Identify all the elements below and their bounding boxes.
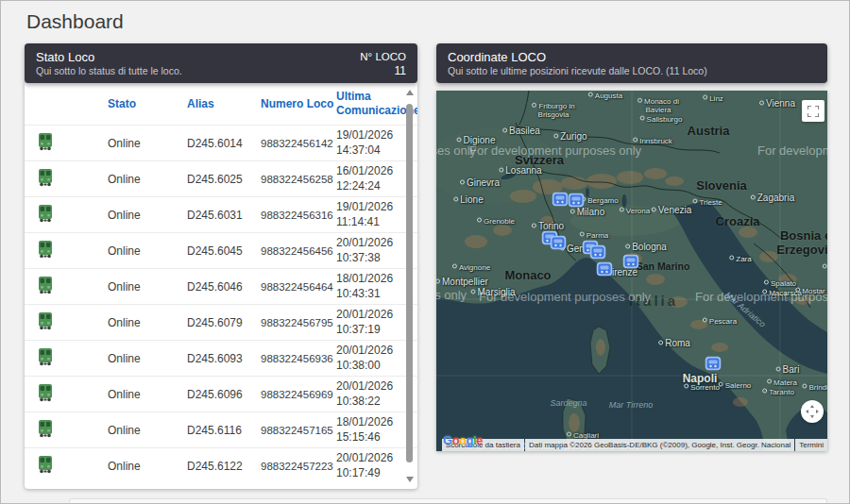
loco-icon <box>36 240 55 259</box>
status-cell: Online <box>98 352 178 365</box>
numero-loco-cell: 988322457165 <box>251 425 327 436</box>
loco-icon <box>36 311 55 330</box>
transit-marker[interactable] <box>590 245 606 260</box>
column-stato[interactable]: Stato <box>98 97 178 111</box>
map-label: Montpellier <box>436 277 488 287</box>
map-label: Croazia <box>716 214 760 228</box>
loco-icon <box>36 419 55 438</box>
page-title: Dashboard <box>26 10 124 33</box>
map-label: Avignone <box>452 263 490 272</box>
transit-marker[interactable] <box>552 193 569 207</box>
map-label: Zurigo <box>553 131 586 142</box>
column-numero-loco[interactable]: Numero Loco <box>251 97 327 111</box>
status-cell: Online <box>98 209 178 222</box>
loco-icon-cell <box>25 311 98 333</box>
map-label: Sarajevo <box>823 263 827 272</box>
map-watermark: For development purposes only <box>469 143 641 158</box>
status-cell: Online <box>98 388 178 401</box>
loco-icon-cell <box>25 204 98 226</box>
table-row[interactable]: Online D245.6025 988322456258 16/01/2026… <box>25 160 417 196</box>
transit-marker[interactable] <box>706 357 722 371</box>
map-label: Brindisi <box>802 383 827 392</box>
map-label: Grenoble <box>477 217 515 226</box>
loco-icon-cell <box>25 276 98 297</box>
table-row[interactable]: Online D245.6122 988322457223 20/01/2026… <box>25 447 417 483</box>
terms-link[interactable]: Termini <box>795 439 827 451</box>
map-canvas[interactable]: Friburgo in BrisgoviaAugustaMonaco di Ba… <box>436 91 827 451</box>
status-cell: Online <box>98 280 178 294</box>
map-label: Parma <box>580 231 609 240</box>
map-label: Friburgo in Brisgovia <box>526 102 581 119</box>
loco-icon-cell <box>25 419 98 441</box>
loco-icon <box>36 168 55 187</box>
numero-loco-cell: 988322456464 <box>251 281 327 293</box>
transit-marker[interactable] <box>569 193 585 208</box>
transit-marker[interactable] <box>623 255 639 269</box>
loco-icon <box>36 276 55 294</box>
google-logo-letter: G <box>443 433 452 447</box>
numero-loco-cell: 988322456969 <box>251 389 327 400</box>
scrollbar-thumb[interactable] <box>406 104 413 462</box>
map-label: Roma <box>658 338 690 348</box>
column-alias[interactable]: Alias <box>178 97 251 111</box>
map-label: Basilea <box>502 126 540 136</box>
loco-table-body: Online D245.6014 988322456142 19/01/2026… <box>25 125 417 483</box>
table-row[interactable]: Online D245.6116 988322457165 18/01/2026… <box>25 412 417 447</box>
scroll-down-icon[interactable] <box>406 477 414 482</box>
map-label: Monaco di Baviera <box>627 97 689 114</box>
table-row[interactable]: Online D245.6079 988322456795 20/01/2026… <box>25 304 417 340</box>
alias-cell: D245.6025 <box>178 173 251 186</box>
numero-loco-cell: 988322457223 <box>251 461 327 472</box>
fullscreen-icon <box>808 106 819 117</box>
map-label: Augusta <box>588 92 622 100</box>
transit-marker[interactable] <box>597 262 613 277</box>
alias-cell: D245.6045 <box>178 244 251 258</box>
map-label: Austria <box>688 124 730 138</box>
status-cell: Online <box>98 424 178 437</box>
fullscreen-button[interactable] <box>802 100 824 122</box>
table-row[interactable]: Online D245.6031 988322456316 19/01/2026… <box>25 196 417 232</box>
map-label: Sardegna <box>550 398 586 408</box>
table-scrollbar[interactable] <box>404 83 416 489</box>
map-label: Sorrento <box>684 383 720 392</box>
pan-button[interactable] <box>801 400 824 423</box>
map-label: Trieste <box>692 198 722 207</box>
map-label: Milano <box>570 207 604 217</box>
stato-loco-subtitle: Qui sotto lo status di tutte le loco. <box>36 65 182 77</box>
google-logo-letter: e <box>476 433 483 447</box>
table-row[interactable]: Online D245.6096 988322456969 20/01/2026… <box>25 376 417 412</box>
status-cell: Online <box>98 173 178 186</box>
map-label: Salisburgo <box>640 115 683 124</box>
numero-loco-cell: 988322456258 <box>251 174 327 185</box>
pan-icon <box>806 405 819 418</box>
alias-cell: D245.6096 <box>178 388 251 401</box>
table-row[interactable]: Online D245.6046 988322456464 18/01/2026… <box>25 268 417 304</box>
transit-train-icon <box>590 245 606 260</box>
map-label: Matera <box>767 378 797 387</box>
google-logo-letter: o <box>459 433 466 447</box>
map-label: Lione <box>453 194 483 205</box>
coordinate-loco-title: Coordinate LOCO <box>448 49 707 65</box>
table-row[interactable]: Online D245.6093 988322456936 20/01/2026… <box>25 340 417 376</box>
loco-icon-cell <box>25 347 98 369</box>
numero-loco-cell: 988322456142 <box>251 138 327 149</box>
loco-count-label: N° LOCO <box>360 49 406 64</box>
status-cell: Online <box>98 137 178 150</box>
map-label-layer: Friburgo in BrisgoviaAugustaMonaco di Ba… <box>436 91 827 451</box>
table-row[interactable]: Online D245.6045 988322456456 20/01/2026… <box>25 232 417 268</box>
status-cell: Online <box>98 244 178 258</box>
google-logo[interactable]: Google <box>443 433 483 447</box>
transit-marker[interactable] <box>551 236 567 250</box>
map-label: Pescara <box>703 317 737 326</box>
loco-table: Stato Alias Numero Loco Ultima Comunicaz… <box>25 83 417 489</box>
loco-icon <box>36 132 55 151</box>
alias-cell: D245.6046 <box>178 280 251 294</box>
alias-cell: D245.6116 <box>178 424 251 437</box>
numero-loco-cell: 988322456795 <box>251 317 327 328</box>
coordinate-loco-subtitle: Qui sotto le ultime posizioni ricevute d… <box>448 65 707 77</box>
scroll-up-icon[interactable] <box>406 90 414 95</box>
footer-panel-edge <box>69 498 827 504</box>
table-row[interactable]: Online D245.6014 988322456142 19/01/2026… <box>25 125 417 160</box>
google-logo-letter: o <box>452 433 459 447</box>
alias-cell: D245.6122 <box>178 460 251 473</box>
